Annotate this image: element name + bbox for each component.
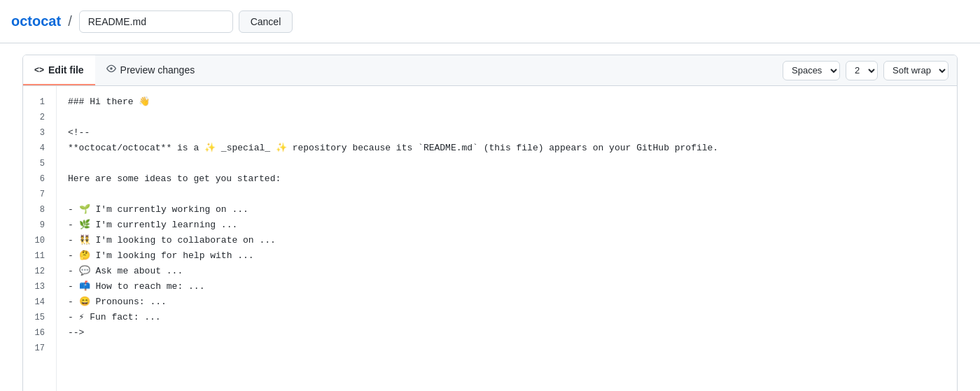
tab-preview-changes[interactable]: Preview changes <box>95 55 206 85</box>
line-number: 9 <box>23 218 56 233</box>
line-number: 4 <box>23 141 56 156</box>
code-line: - 🌱 I'm currently working on ... <box>68 202 946 218</box>
tab-preview-label: Preview changes <box>120 64 195 76</box>
code-line: - 🌿 I'm currently learning ... <box>68 218 946 233</box>
code-line <box>68 110 946 125</box>
code-line: ### Hi there 👋 <box>68 94 946 110</box>
toolbar-options: Spaces Tabs 2 4 8 Soft wrap No wrap <box>783 61 957 80</box>
preview-icon <box>106 64 116 76</box>
editor-container: <> Edit file Preview changes Spaces Tabs… <box>22 55 958 391</box>
tab-edit-file[interactable]: <> Edit file <box>23 55 95 85</box>
code-line: - 🤔 I'm looking for help with ... <box>68 248 946 264</box>
line-number: 11 <box>23 248 56 264</box>
line-number: 13 <box>23 279 56 294</box>
line-number: 7 <box>23 187 56 202</box>
code-line: - ⚡ Fun fact: ... <box>68 310 946 325</box>
indent-select[interactable]: 2 4 8 <box>846 61 878 80</box>
line-number: 6 <box>23 171 56 187</box>
softwrap-select[interactable]: Soft wrap No wrap <box>883 61 948 80</box>
line-number: 1 <box>23 94 56 110</box>
code-line <box>68 187 946 202</box>
line-number: 2 <box>23 110 56 125</box>
edit-file-icon: <> <box>34 65 44 75</box>
line-number: 8 <box>23 202 56 218</box>
code-line <box>68 341 946 356</box>
breadcrumb-username[interactable]: octocat <box>11 13 61 29</box>
line-number: 14 <box>23 294 56 310</box>
code-line: - 💬 Ask me about ... <box>68 264 946 279</box>
line-number: 16 <box>23 325 56 341</box>
line-number: 12 <box>23 264 56 279</box>
code-line: --> <box>68 325 946 341</box>
editor-tabs: <> Edit file Preview changes <box>23 55 206 85</box>
code-line: - 😄 Pronouns: ... <box>68 294 946 310</box>
top-bar: octocat / Cancel <box>0 0 980 43</box>
code-line <box>68 156 946 171</box>
spaces-select[interactable]: Spaces Tabs <box>783 61 840 80</box>
tab-edit-label: Edit file <box>48 64 84 76</box>
editor-body: 1234567891011121314151617 ### Hi there 👋… <box>23 86 957 391</box>
code-area[interactable]: ### Hi there 👋<!--**octocat/octocat** is… <box>57 86 957 391</box>
line-number: 5 <box>23 156 56 171</box>
filename-input[interactable] <box>79 10 233 33</box>
code-line: - 📫 How to reach me: ... <box>68 279 946 294</box>
breadcrumb-separator: / <box>68 13 72 29</box>
line-number: 15 <box>23 310 56 325</box>
line-number: 17 <box>23 341 56 356</box>
code-line: <!-- <box>68 125 946 141</box>
line-numbers: 1234567891011121314151617 <box>23 86 57 391</box>
cancel-button[interactable]: Cancel <box>239 10 293 33</box>
line-number: 10 <box>23 233 56 248</box>
code-line: **octocat/octocat** is a ✨ _special_ ✨ r… <box>68 141 946 156</box>
code-line: Here are some ideas to get you started: <box>68 171 946 187</box>
code-line: - 👯 I'm looking to collaborate on ... <box>68 233 946 248</box>
editor-toolbar: <> Edit file Preview changes Spaces Tabs… <box>23 55 957 86</box>
line-number: 3 <box>23 125 56 141</box>
